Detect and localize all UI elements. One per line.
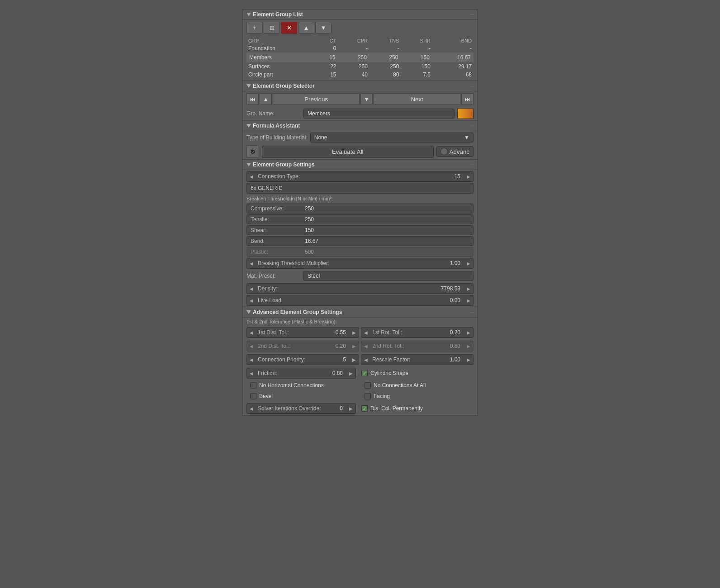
cylindric-checkbox[interactable] bbox=[361, 370, 368, 376]
cell-value: 68 bbox=[432, 71, 474, 79]
cylindric-row[interactable]: Cylindric Shape bbox=[358, 369, 474, 378]
solver-next-button[interactable]: ▶ bbox=[346, 404, 355, 413]
tol2-rot-prev-button[interactable]: ◀ bbox=[361, 342, 370, 351]
no-horiz-row[interactable]: No Horizontal Connections bbox=[246, 381, 359, 390]
threshold-value: 250 bbox=[305, 205, 469, 212]
connection-type-prev-button[interactable]: ◀ bbox=[247, 172, 256, 181]
tol2-dist-row: ◀ 2nd Dist. Tol.: 0.20 ▶ bbox=[246, 341, 359, 351]
conn-priority-prev-button[interactable]: ◀ bbox=[247, 356, 256, 364]
tol2-dist-next-button[interactable]: ▶ bbox=[350, 342, 359, 351]
building-material-value: None bbox=[314, 134, 327, 141]
collapse-settings-icon[interactable] bbox=[246, 163, 251, 166]
solver-prev-button[interactable]: ◀ bbox=[247, 404, 256, 413]
prev-arrow-button[interactable]: ▲ bbox=[260, 93, 272, 105]
evaluate-row: ⚙ Evaluate All Advanc bbox=[243, 144, 477, 159]
table-row[interactable]: Members1525025015016.67 bbox=[246, 52, 474, 62]
cell-value: 16.67 bbox=[432, 52, 474, 62]
connection-priority-row: ◀ Connection Priority: 5 ▶ bbox=[246, 354, 359, 365]
collapse-selector-icon[interactable] bbox=[246, 84, 251, 88]
friction-next-button[interactable]: ▶ bbox=[346, 369, 355, 378]
dis-col-label: Dis. Col. Permanently bbox=[370, 405, 423, 412]
tol1-rot-next-button[interactable]: ▶ bbox=[464, 328, 473, 337]
solver-value: 0 bbox=[336, 403, 346, 413]
collapse-advanced-icon[interactable] bbox=[246, 310, 251, 314]
tol1-dist-next-button[interactable]: ▶ bbox=[350, 328, 359, 337]
add-group-button[interactable]: + bbox=[246, 22, 263, 33]
last-button[interactable]: ⏭ bbox=[461, 93, 474, 105]
density-next-button[interactable]: ▶ bbox=[464, 285, 473, 293]
grp-name-row: Grp. Name: Members bbox=[243, 107, 477, 120]
dis-col-checkbox[interactable] bbox=[361, 405, 368, 412]
no-conn-row[interactable]: No Connections At All bbox=[361, 381, 474, 390]
mat-preset-value[interactable]: Steel bbox=[303, 271, 474, 281]
previous-button[interactable]: Previous bbox=[273, 93, 360, 105]
no-horiz-checkbox[interactable] bbox=[250, 382, 256, 389]
delete-group-button[interactable]: ✕ bbox=[281, 22, 297, 33]
cell-name: Foundation bbox=[246, 44, 313, 52]
no-connections-row: No Horizontal Connections No Connections… bbox=[243, 380, 477, 391]
formula-icon-button[interactable]: ⚙ bbox=[246, 145, 259, 158]
col-ct: CT bbox=[313, 37, 338, 44]
cylindric-label: Cylindric Shape bbox=[370, 370, 408, 376]
col-shr: SHR bbox=[401, 37, 432, 44]
tol1-rot-prev-button[interactable]: ◀ bbox=[361, 328, 370, 337]
down-icon: ▼ bbox=[320, 24, 326, 31]
multiplier-prev-button[interactable]: ◀ bbox=[247, 259, 256, 268]
rescale-prev-button[interactable]: ◀ bbox=[361, 356, 370, 364]
next-button[interactable]: Next bbox=[374, 93, 460, 105]
bevel-checkbox[interactable] bbox=[250, 393, 256, 399]
solver-discol-row: ◀ Solver Iterations Override: 0 ▶ Dis. C… bbox=[243, 402, 477, 415]
element-group-toolbar: + ⊞ ✕ ▲ ▼ bbox=[243, 20, 477, 35]
bevel-row[interactable]: Bevel bbox=[246, 392, 359, 401]
rescale-next-button[interactable]: ▶ bbox=[464, 356, 473, 364]
color-button[interactable] bbox=[457, 108, 474, 119]
multiplier-row: ◀ Breaking Threshold Multiplier: 1.00 ▶ bbox=[246, 258, 474, 269]
building-material-dropdown[interactable]: None ▼ bbox=[310, 133, 474, 142]
conn-priority-next-button[interactable]: ▶ bbox=[350, 356, 359, 364]
grp-name-value[interactable]: Members bbox=[303, 109, 455, 119]
live-load-prev-button[interactable]: ◀ bbox=[247, 296, 256, 305]
cell-value: - bbox=[401, 44, 432, 52]
advanced-dots: ··· bbox=[470, 310, 474, 315]
table-row[interactable]: Surfaces2225025015029.17 bbox=[246, 62, 474, 71]
tol1-rot-value: 0.20 bbox=[446, 327, 464, 337]
move-down-button[interactable]: ▼ bbox=[315, 22, 332, 33]
dis-col-row[interactable]: Dis. Col. Permanently bbox=[358, 404, 474, 413]
cell-value: 80 bbox=[369, 71, 401, 79]
friction-cylindric-row: ◀ Friction: 0.80 ▶ Cylindric Shape bbox=[243, 366, 477, 380]
first-button[interactable]: ⏮ bbox=[246, 93, 259, 105]
evaluate-all-button[interactable]: Evaluate All bbox=[262, 146, 434, 158]
element-group-settings-label: Element Group Settings bbox=[253, 161, 315, 168]
no-conn-checkbox[interactable] bbox=[365, 382, 371, 389]
table-row[interactable]: Foundation0---- bbox=[246, 44, 474, 52]
advanced-toggle-button[interactable]: Advanc bbox=[436, 146, 474, 157]
cell-value: 0 bbox=[313, 44, 338, 52]
cell-value: - bbox=[432, 44, 474, 52]
facing-row[interactable]: Facing bbox=[361, 392, 474, 401]
facing-checkbox[interactable] bbox=[365, 393, 371, 399]
density-value: 7798.59 bbox=[437, 284, 464, 294]
tol2-rot-next-button[interactable]: ▶ bbox=[464, 342, 473, 351]
connection-type-next-button[interactable]: ▶ bbox=[464, 172, 473, 181]
selector-dots: ··· bbox=[470, 84, 474, 89]
up-icon: ▲ bbox=[303, 24, 309, 31]
table-row[interactable]: Circle part1540807.568 bbox=[246, 71, 474, 79]
tol1-dist-prev-button[interactable]: ◀ bbox=[247, 328, 256, 337]
live-load-next-button[interactable]: ▶ bbox=[464, 296, 473, 305]
cell-value: 150 bbox=[401, 52, 432, 62]
friction-prev-button[interactable]: ◀ bbox=[247, 369, 256, 378]
duplicate-group-button[interactable]: ⊞ bbox=[264, 22, 280, 33]
move-up-button[interactable]: ▲ bbox=[298, 22, 314, 33]
cell-value: 15 bbox=[313, 52, 338, 62]
cell-value: 250 bbox=[338, 62, 369, 71]
element-group-selector-title: Element Group Selector bbox=[246, 83, 315, 89]
density-prev-button[interactable]: ◀ bbox=[247, 285, 256, 293]
element-group-settings-header: Element Group Settings ··· bbox=[243, 160, 477, 170]
next-arrow-down-button[interactable]: ▼ bbox=[360, 93, 373, 105]
collapse-formula-icon[interactable] bbox=[246, 124, 251, 128]
tol2-dist-value: 0.20 bbox=[332, 341, 350, 351]
collapse-element-group-list-icon[interactable] bbox=[246, 13, 251, 16]
tol2-dist-prev-button[interactable]: ◀ bbox=[247, 342, 256, 351]
cell-value: 15 bbox=[313, 71, 338, 79]
multiplier-next-button[interactable]: ▶ bbox=[464, 259, 473, 268]
